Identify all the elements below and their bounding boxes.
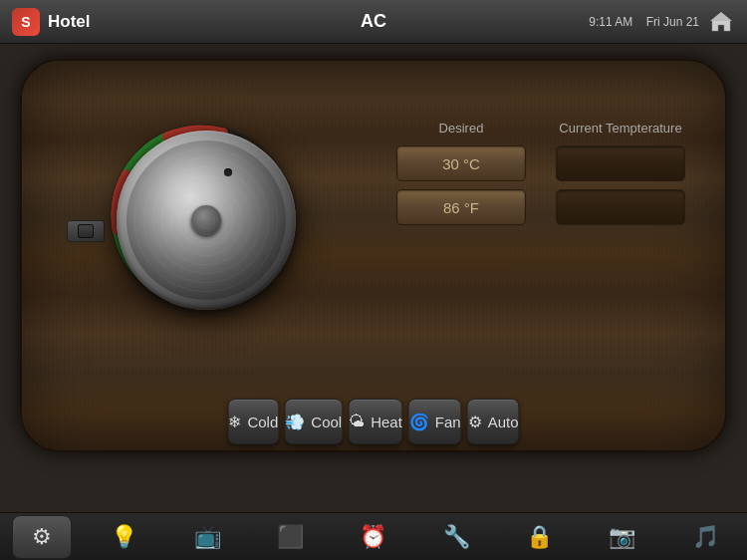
- cool-label: Cool: [311, 414, 342, 430]
- auto-icon: ⚙: [468, 413, 482, 431]
- app-logo: S: [12, 8, 40, 36]
- current-celsius-display: [556, 145, 685, 181]
- nav-item-alarm[interactable]: ⏰: [344, 515, 403, 559]
- knob-inner: [126, 140, 286, 300]
- temperature-knob[interactable]: [117, 131, 296, 310]
- knob-section[interactable]: [102, 116, 311, 325]
- desired-label: Desired: [396, 121, 526, 136]
- current-temp-column: Current Tempterature: [556, 121, 685, 233]
- temperature-display: Desired 30 °C 86 °F Current Tempterature: [396, 121, 685, 233]
- ac-mode-row: ❄ Cold 💨 Cool 🌤 Heat 🌀 Fan ⚙ Auto: [227, 399, 519, 444]
- nav-item-camera[interactable]: 📷: [593, 515, 652, 559]
- cold-mode-button[interactable]: ❄ Cold: [227, 399, 279, 444]
- main-content: Desired 30 °C 86 °F Current Tempterature: [0, 44, 747, 512]
- status-info: 9:11 AM Fri Jun 21: [589, 15, 699, 29]
- current-label: Current Tempterature: [556, 121, 685, 136]
- nav-item-tv[interactable]: 📺: [177, 515, 237, 559]
- cold-icon: ❄: [228, 413, 241, 431]
- nav-item-window[interactable]: ⬛: [261, 515, 321, 559]
- nav-item-settings[interactable]: ⚙: [12, 515, 72, 559]
- cool-icon: 💨: [285, 413, 305, 431]
- desired-fahrenheit-value: 86 °F: [443, 199, 479, 216]
- nav-item-lock[interactable]: 🔒: [510, 515, 570, 559]
- alarm-icon: ⏰: [360, 524, 386, 550]
- knob-indicator-dot: [224, 168, 232, 176]
- bottom-navigation: ⚙ 💡 📺 ⬛ ⏰ 🔧 🔒 📷 🎵: [0, 512, 747, 560]
- auto-label: Auto: [488, 414, 519, 430]
- page-title: AC: [361, 11, 386, 32]
- heat-icon: 🌤: [349, 413, 365, 430]
- lock-icon: 🔒: [526, 524, 553, 550]
- tv-icon: 📺: [194, 524, 221, 550]
- music-icon: 🎵: [692, 524, 719, 550]
- heat-label: Heat: [371, 414, 402, 430]
- iron-icon: 🔧: [443, 524, 470, 550]
- desired-celsius-display: 30 °C: [396, 145, 526, 181]
- knob-center: [191, 205, 221, 235]
- window-icon: ⬛: [277, 524, 304, 550]
- topbar-right: 9:11 AM Fri Jun 21: [589, 8, 735, 36]
- hotel-label: Hotel: [48, 12, 91, 32]
- desired-fahrenheit-display: 86 °F: [396, 189, 526, 225]
- auto-mode-button[interactable]: ⚙ Auto: [467, 399, 520, 444]
- desired-celsius-value: 30 °C: [442, 155, 480, 172]
- svg-marker-0: [710, 12, 732, 21]
- cool-mode-button[interactable]: 💨 Cool: [284, 399, 343, 444]
- power-toggle[interactable]: [67, 220, 105, 242]
- camera-icon: 📷: [609, 524, 635, 550]
- desired-temp-column: Desired 30 °C 86 °F: [396, 121, 526, 233]
- fan-icon: 🌀: [409, 413, 429, 431]
- fan-label: Fan: [435, 414, 461, 430]
- cold-label: Cold: [247, 414, 278, 430]
- top-bar: S Hotel AC 9:11 AM Fri Jun 21: [0, 0, 747, 44]
- heat-mode-button[interactable]: 🌤 Heat: [348, 399, 403, 444]
- fan-mode-button[interactable]: 🌀 Fan: [408, 399, 462, 444]
- current-fahrenheit-display: [556, 189, 685, 225]
- topbar-left: S Hotel: [12, 8, 91, 36]
- bulb-icon: 💡: [111, 524, 137, 550]
- home-button[interactable]: [707, 8, 735, 36]
- wood-panel: Desired 30 °C 86 °F Current Tempterature: [20, 59, 727, 452]
- power-toggle-inner: [78, 224, 94, 238]
- nav-item-music[interactable]: 🎵: [675, 515, 735, 559]
- nav-item-bulb[interactable]: 💡: [95, 515, 154, 559]
- nav-item-iron[interactable]: 🔧: [426, 515, 486, 559]
- settings-icon: ⚙: [32, 524, 52, 550]
- home-icon: [710, 12, 732, 32]
